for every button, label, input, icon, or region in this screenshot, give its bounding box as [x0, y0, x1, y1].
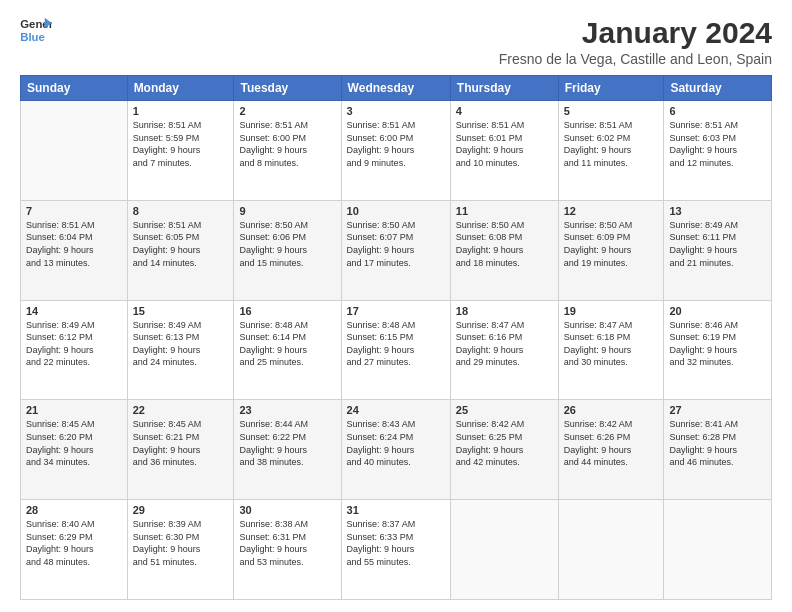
day-info: Sunrise: 8:49 AMSunset: 6:13 PMDaylight:…	[133, 319, 229, 369]
cell-2-1: 15Sunrise: 8:49 AMSunset: 6:13 PMDayligh…	[127, 300, 234, 400]
day-number: 13	[669, 205, 766, 217]
day-info: Sunrise: 8:51 AMSunset: 6:04 PMDaylight:…	[26, 219, 122, 269]
day-number: 20	[669, 305, 766, 317]
week-row-3: 21Sunrise: 8:45 AMSunset: 6:20 PMDayligh…	[21, 400, 772, 500]
day-number: 1	[133, 105, 229, 117]
day-number: 7	[26, 205, 122, 217]
cell-4-3: 31Sunrise: 8:37 AMSunset: 6:33 PMDayligh…	[341, 500, 450, 600]
day-number: 30	[239, 504, 335, 516]
day-info: Sunrise: 8:51 AMSunset: 6:00 PMDaylight:…	[239, 119, 335, 169]
cell-1-4: 11Sunrise: 8:50 AMSunset: 6:08 PMDayligh…	[450, 200, 558, 300]
cell-1-6: 13Sunrise: 8:49 AMSunset: 6:11 PMDayligh…	[664, 200, 772, 300]
day-info: Sunrise: 8:40 AMSunset: 6:29 PMDaylight:…	[26, 518, 122, 568]
cell-2-4: 18Sunrise: 8:47 AMSunset: 6:16 PMDayligh…	[450, 300, 558, 400]
cell-0-6: 6Sunrise: 8:51 AMSunset: 6:03 PMDaylight…	[664, 101, 772, 201]
day-number: 19	[564, 305, 659, 317]
day-number: 24	[347, 404, 445, 416]
cell-2-6: 20Sunrise: 8:46 AMSunset: 6:19 PMDayligh…	[664, 300, 772, 400]
day-info: Sunrise: 8:51 AMSunset: 6:02 PMDaylight:…	[564, 119, 659, 169]
day-info: Sunrise: 8:46 AMSunset: 6:19 PMDaylight:…	[669, 319, 766, 369]
col-wednesday: Wednesday	[341, 76, 450, 101]
day-info: Sunrise: 8:51 AMSunset: 6:05 PMDaylight:…	[133, 219, 229, 269]
day-number: 23	[239, 404, 335, 416]
logo-icon: General Blue	[20, 16, 52, 44]
svg-text:Blue: Blue	[20, 31, 45, 43]
col-thursday: Thursday	[450, 76, 558, 101]
day-number: 27	[669, 404, 766, 416]
day-info: Sunrise: 8:49 AMSunset: 6:11 PMDaylight:…	[669, 219, 766, 269]
cell-4-6	[664, 500, 772, 600]
cell-2-3: 17Sunrise: 8:48 AMSunset: 6:15 PMDayligh…	[341, 300, 450, 400]
day-info: Sunrise: 8:43 AMSunset: 6:24 PMDaylight:…	[347, 418, 445, 468]
day-number: 6	[669, 105, 766, 117]
day-info: Sunrise: 8:50 AMSunset: 6:07 PMDaylight:…	[347, 219, 445, 269]
day-info: Sunrise: 8:50 AMSunset: 6:09 PMDaylight:…	[564, 219, 659, 269]
week-row-2: 14Sunrise: 8:49 AMSunset: 6:12 PMDayligh…	[21, 300, 772, 400]
day-number: 2	[239, 105, 335, 117]
week-row-4: 28Sunrise: 8:40 AMSunset: 6:29 PMDayligh…	[21, 500, 772, 600]
cell-0-0	[21, 101, 128, 201]
cell-4-5	[558, 500, 664, 600]
day-number: 21	[26, 404, 122, 416]
page: General Blue January 2024 Fresno de la V…	[0, 0, 792, 612]
day-number: 17	[347, 305, 445, 317]
col-saturday: Saturday	[664, 76, 772, 101]
day-info: Sunrise: 8:41 AMSunset: 6:28 PMDaylight:…	[669, 418, 766, 468]
day-info: Sunrise: 8:42 AMSunset: 6:26 PMDaylight:…	[564, 418, 659, 468]
cell-3-4: 25Sunrise: 8:42 AMSunset: 6:25 PMDayligh…	[450, 400, 558, 500]
logo: General Blue	[20, 16, 52, 44]
day-info: Sunrise: 8:48 AMSunset: 6:15 PMDaylight:…	[347, 319, 445, 369]
cell-0-5: 5Sunrise: 8:51 AMSunset: 6:02 PMDaylight…	[558, 101, 664, 201]
day-number: 31	[347, 504, 445, 516]
col-monday: Monday	[127, 76, 234, 101]
day-number: 14	[26, 305, 122, 317]
day-info: Sunrise: 8:50 AMSunset: 6:06 PMDaylight:…	[239, 219, 335, 269]
main-title: January 2024	[499, 16, 772, 49]
col-tuesday: Tuesday	[234, 76, 341, 101]
cell-0-2: 2Sunrise: 8:51 AMSunset: 6:00 PMDaylight…	[234, 101, 341, 201]
day-number: 5	[564, 105, 659, 117]
day-info: Sunrise: 8:51 AMSunset: 6:01 PMDaylight:…	[456, 119, 553, 169]
cell-0-3: 3Sunrise: 8:51 AMSunset: 6:00 PMDaylight…	[341, 101, 450, 201]
cell-1-5: 12Sunrise: 8:50 AMSunset: 6:09 PMDayligh…	[558, 200, 664, 300]
title-block: January 2024 Fresno de la Vega, Castille…	[499, 16, 772, 67]
day-info: Sunrise: 8:45 AMSunset: 6:21 PMDaylight:…	[133, 418, 229, 468]
cell-3-3: 24Sunrise: 8:43 AMSunset: 6:24 PMDayligh…	[341, 400, 450, 500]
day-info: Sunrise: 8:45 AMSunset: 6:20 PMDaylight:…	[26, 418, 122, 468]
day-info: Sunrise: 8:51 AMSunset: 6:03 PMDaylight:…	[669, 119, 766, 169]
cell-0-1: 1Sunrise: 8:51 AMSunset: 5:59 PMDaylight…	[127, 101, 234, 201]
cell-4-4	[450, 500, 558, 600]
calendar-table: Sunday Monday Tuesday Wednesday Thursday…	[20, 75, 772, 600]
cell-1-0: 7Sunrise: 8:51 AMSunset: 6:04 PMDaylight…	[21, 200, 128, 300]
day-info: Sunrise: 8:49 AMSunset: 6:12 PMDaylight:…	[26, 319, 122, 369]
day-info: Sunrise: 8:39 AMSunset: 6:30 PMDaylight:…	[133, 518, 229, 568]
cell-3-2: 23Sunrise: 8:44 AMSunset: 6:22 PMDayligh…	[234, 400, 341, 500]
day-number: 3	[347, 105, 445, 117]
cell-1-2: 9Sunrise: 8:50 AMSunset: 6:06 PMDaylight…	[234, 200, 341, 300]
week-row-0: 1Sunrise: 8:51 AMSunset: 5:59 PMDaylight…	[21, 101, 772, 201]
day-number: 10	[347, 205, 445, 217]
day-number: 4	[456, 105, 553, 117]
day-info: Sunrise: 8:38 AMSunset: 6:31 PMDaylight:…	[239, 518, 335, 568]
cell-3-5: 26Sunrise: 8:42 AMSunset: 6:26 PMDayligh…	[558, 400, 664, 500]
header-row: Sunday Monday Tuesday Wednesday Thursday…	[21, 76, 772, 101]
cell-0-4: 4Sunrise: 8:51 AMSunset: 6:01 PMDaylight…	[450, 101, 558, 201]
day-number: 11	[456, 205, 553, 217]
cell-4-0: 28Sunrise: 8:40 AMSunset: 6:29 PMDayligh…	[21, 500, 128, 600]
day-number: 12	[564, 205, 659, 217]
cell-3-1: 22Sunrise: 8:45 AMSunset: 6:21 PMDayligh…	[127, 400, 234, 500]
day-info: Sunrise: 8:42 AMSunset: 6:25 PMDaylight:…	[456, 418, 553, 468]
cell-3-6: 27Sunrise: 8:41 AMSunset: 6:28 PMDayligh…	[664, 400, 772, 500]
day-info: Sunrise: 8:37 AMSunset: 6:33 PMDaylight:…	[347, 518, 445, 568]
cell-1-1: 8Sunrise: 8:51 AMSunset: 6:05 PMDaylight…	[127, 200, 234, 300]
col-friday: Friday	[558, 76, 664, 101]
day-info: Sunrise: 8:47 AMSunset: 6:18 PMDaylight:…	[564, 319, 659, 369]
day-number: 9	[239, 205, 335, 217]
cell-3-0: 21Sunrise: 8:45 AMSunset: 6:20 PMDayligh…	[21, 400, 128, 500]
day-info: Sunrise: 8:47 AMSunset: 6:16 PMDaylight:…	[456, 319, 553, 369]
day-number: 22	[133, 404, 229, 416]
header: General Blue January 2024 Fresno de la V…	[20, 16, 772, 67]
cell-2-5: 19Sunrise: 8:47 AMSunset: 6:18 PMDayligh…	[558, 300, 664, 400]
day-number: 8	[133, 205, 229, 217]
day-number: 16	[239, 305, 335, 317]
